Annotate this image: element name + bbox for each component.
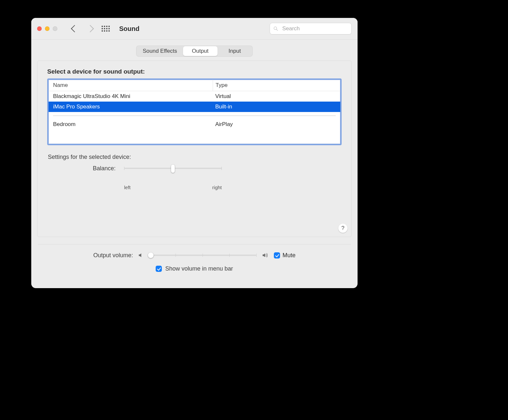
chevron-left-icon [71, 25, 78, 33]
balance-label: Balance: [86, 164, 116, 172]
slider-tick [221, 167, 222, 170]
nav-arrows [71, 24, 94, 33]
slider-tick [229, 254, 230, 257]
balance-control: Balance: left right [86, 164, 342, 190]
device-name: Bedroom [49, 121, 213, 128]
device-type: AirPlay [213, 119, 340, 130]
output-volume-slider[interactable] [149, 251, 256, 259]
device-name: Blackmagic UltraStudio 4K Mini [49, 93, 213, 100]
slider-thumb[interactable] [171, 164, 175, 173]
mute-control[interactable]: Mute [274, 252, 296, 259]
chevron-right-icon [87, 25, 94, 33]
speaker-low-icon [138, 252, 144, 259]
device-table-header: Name Type [49, 80, 340, 91]
balance-slider[interactable] [124, 164, 222, 177]
show-in-menubar-label: Show volume in menu bar [165, 265, 233, 272]
tab-sound-effects[interactable]: Sound Effects [137, 46, 183, 56]
search-icon [273, 26, 278, 32]
slider-thumb[interactable] [148, 252, 154, 258]
search-input[interactable] [282, 25, 348, 32]
settings-heading: Settings for the selected device: [48, 154, 342, 161]
grid-icon [102, 26, 109, 32]
output-volume-row: Output volume: [38, 251, 351, 259]
slider-tick [176, 254, 176, 257]
toolbar: Sound [31, 18, 358, 40]
forward-button[interactable] [87, 24, 94, 33]
show-in-menubar-checkbox[interactable] [156, 266, 162, 272]
help-button[interactable]: ? [338, 224, 347, 233]
slider-tick [256, 254, 257, 257]
column-type[interactable]: Type [213, 80, 340, 91]
mute-label: Mute [283, 252, 296, 259]
show-all-button[interactable] [102, 24, 109, 33]
balance-left-label: left [124, 185, 131, 190]
output-panel: Select a device for sound output: Name T… [37, 61, 352, 237]
close-window-button[interactable] [37, 26, 42, 31]
device-type: Virtual [213, 91, 340, 102]
slider-tick [203, 254, 203, 257]
tab-input[interactable]: Input [218, 46, 252, 56]
window-controls [37, 26, 57, 31]
search-field[interactable] [270, 23, 352, 35]
preferences-window: Sound Sound Effects Output Input Select … [31, 18, 358, 288]
minimize-window-button[interactable] [45, 26, 49, 31]
back-button[interactable] [71, 24, 78, 33]
device-group-separator [49, 112, 340, 119]
device-table[interactable]: Name Type Blackmagic UltraStudio 4K Mini… [47, 78, 342, 145]
speaker-high-icon [261, 252, 269, 259]
divider [38, 244, 351, 245]
device-row-selected[interactable]: iMac Pro Speakers Built-in [49, 102, 340, 112]
mute-checkbox[interactable] [274, 252, 280, 259]
window-title: Sound [119, 25, 139, 33]
column-name[interactable]: Name [49, 82, 213, 89]
footer: Output volume: [31, 237, 358, 275]
svg-line-1 [276, 29, 278, 31]
show-in-menubar-control[interactable]: Show volume in menu bar [38, 265, 351, 272]
balance-right-label: right [212, 185, 222, 190]
device-name: iMac Pro Speakers [49, 104, 213, 110]
output-volume-label: Output volume: [93, 252, 133, 259]
device-row[interactable]: Bedroom AirPlay [49, 119, 340, 130]
device-type: Built-in [213, 102, 340, 112]
select-device-heading: Select a device for sound output: [47, 68, 342, 75]
tab-output[interactable]: Output [183, 46, 218, 56]
device-row[interactable]: Blackmagic UltraStudio 4K Mini Virtual [49, 91, 340, 102]
tab-bar: Sound Effects Output Input [31, 46, 358, 57]
zoom-window-button[interactable] [53, 26, 57, 31]
